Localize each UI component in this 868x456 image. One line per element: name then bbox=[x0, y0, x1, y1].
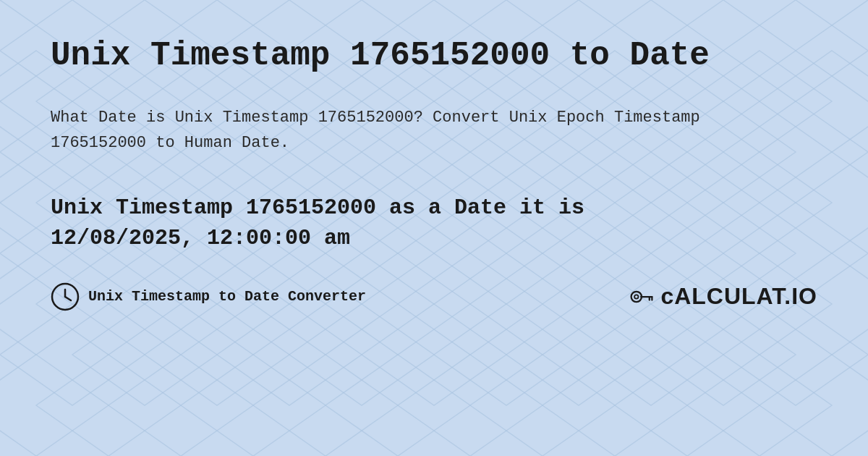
page-description: What Date is Unix Timestamp 1765152000? … bbox=[51, 105, 702, 156]
logo-text: cALCULAT.IO bbox=[660, 283, 817, 310]
logo-area: cALCULAT.IO bbox=[629, 283, 817, 310]
logo-icon bbox=[629, 284, 655, 310]
footer-label: Unix Timestamp to Date Converter bbox=[88, 288, 366, 305]
page-title: Unix Timestamp 1765152000 to Date bbox=[51, 36, 817, 76]
result-section: Unix Timestamp 1765152000 as a Date it i… bbox=[51, 193, 817, 253]
clock-icon bbox=[51, 282, 80, 311]
svg-point-101 bbox=[634, 295, 638, 298]
result-line2: 12/08/2025, 12:00:00 am bbox=[51, 226, 350, 250]
result-text: Unix Timestamp 1765152000 as a Date it i… bbox=[51, 193, 817, 253]
footer: Unix Timestamp to Date Converter cALCULA… bbox=[51, 282, 817, 311]
footer-left: Unix Timestamp to Date Converter bbox=[51, 282, 366, 311]
svg-line-99 bbox=[65, 297, 71, 300]
result-line1: Unix Timestamp 1765152000 as a Date it i… bbox=[51, 195, 584, 220]
svg-point-100 bbox=[631, 291, 642, 301]
